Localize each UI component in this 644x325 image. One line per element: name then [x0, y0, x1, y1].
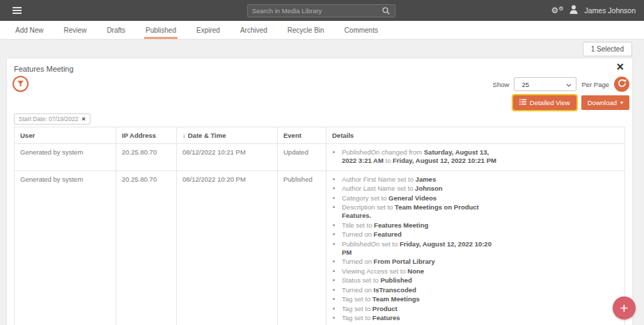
user-icon[interactable] [570, 4, 578, 17]
add-button[interactable]: + [613, 296, 636, 319]
detailed-view-button[interactable]: Detailed View [513, 95, 576, 110]
cell-datetime: 08/12/2022 10:21 PM [177, 144, 278, 171]
cell-ip: 20.25.80.70 [116, 171, 177, 325]
per-page-label: Per Page [581, 81, 609, 88]
col-event[interactable]: Event [278, 127, 327, 144]
funnel-icon [17, 78, 24, 90]
details-list: Author First Name set to JamesAuthor Las… [332, 175, 498, 325]
filter-chip-label: Start Date: 07/19/2022 [19, 116, 79, 122]
detail-bullet: Turned on Featured [342, 230, 498, 239]
table-header-row: User IP Address ↓Date & Time Event Detai… [15, 127, 625, 144]
tab-drafts[interactable]: Drafts [105, 21, 127, 39]
show-label: Show [493, 81, 510, 88]
detail-bullet: Author First Name set to James [342, 175, 498, 184]
detail-bullet: Turned on From Portal Library [342, 257, 498, 266]
selection-count-badge[interactable]: 1 Selected [583, 42, 632, 56]
top-bar: ⚙⚙ James Johnson [0, 0, 644, 21]
cell-datetime: 08/12/2022 10:20 PM [177, 171, 278, 325]
detail-bullet: Description set to Team Meetings on Prod… [342, 203, 498, 220]
download-label: Download [588, 99, 617, 106]
chip-close-icon[interactable]: × [82, 116, 86, 122]
tab-archived[interactable]: Archived [239, 21, 269, 39]
menu-icon[interactable] [13, 6, 22, 15]
detail-bullet: PublishedOn set to Friday, August 12, 20… [342, 240, 498, 257]
table-row: Generated by system 20.25.80.70 08/12/20… [15, 171, 625, 325]
action-buttons: Detailed View Download ▾ [513, 95, 629, 110]
detail-bullet: Turned on IsTranscoded [342, 286, 498, 294]
detail-bullet: Viewing Access set to None [342, 267, 498, 276]
page-title: Features Meeting [14, 65, 74, 73]
tab-expired[interactable]: Expired [195, 21, 221, 39]
cell-details: PublishedOn changed from Saturday, Augus… [327, 144, 625, 171]
search-bar [247, 4, 395, 17]
detailed-view-label: Detailed View [530, 99, 570, 106]
col-ip-address[interactable]: IP Address [116, 127, 177, 144]
admin-cogs-icon[interactable]: ⚙⚙ [551, 6, 564, 15]
list-icon [519, 99, 526, 106]
detail-bullet: Tag set to Product [342, 305, 498, 313]
filter-chip-start-date[interactable]: Start Date: 07/19/2022 × [14, 113, 91, 125]
tab-published[interactable]: Published [144, 21, 178, 39]
tab-review[interactable]: Review [63, 21, 88, 39]
pagination-controls: Show 25 Per Page [493, 77, 629, 92]
user-name[interactable]: James Johnson [584, 6, 636, 15]
detail-bullet: Author Last Name set to Johnson [342, 184, 498, 193]
cell-user: Generated by system [15, 144, 116, 171]
history-panel: Features Meeting × Show 25 Per Page Deta… [7, 58, 632, 325]
per-page-select[interactable]: 25 [514, 77, 576, 91]
close-icon[interactable]: × [616, 60, 624, 74]
download-button[interactable]: Download ▾ [581, 95, 629, 110]
sort-desc-icon: ↓ [182, 132, 186, 139]
detail-bullet: Title set to Features Meeting [342, 221, 498, 230]
topbar-right: ⚙⚙ James Johnson [551, 4, 644, 17]
filter-button[interactable] [13, 76, 29, 92]
cell-user: Generated by system [15, 171, 116, 325]
cell-event: Updated [278, 144, 327, 171]
caret-down-icon: ▾ [620, 100, 623, 106]
table-row: Generated by system 20.25.80.70 08/12/20… [15, 144, 625, 171]
col-date-time[interactable]: ↓Date & Time [177, 127, 278, 144]
cell-ip: 20.25.80.70 [116, 144, 177, 171]
search-icon[interactable] [382, 7, 390, 15]
chevron-down-icon [566, 81, 572, 88]
detail-bullet: Tag set to Features [342, 314, 498, 322]
tab-comments[interactable]: Comments [343, 21, 379, 39]
detail-bullet: Status set to Published [342, 276, 498, 285]
tab-bar: Add New Review Drafts Published Expired … [0, 21, 644, 40]
refresh-button[interactable] [614, 77, 629, 92]
col-user[interactable]: User [15, 127, 116, 144]
detail-bullet: Category set to General Videos [342, 194, 498, 203]
details-list: PublishedOn changed from Saturday, Augus… [332, 148, 498, 165]
cell-event: Published [278, 171, 327, 325]
detail-bullet: Tag set to Team Meetings [342, 295, 498, 303]
tab-add-new[interactable]: Add New [14, 21, 45, 39]
tab-recycle-bin[interactable]: Recycle Bin [286, 21, 326, 39]
cell-details: Author First Name set to JamesAuthor Las… [327, 171, 625, 325]
audit-log-table: User IP Address ↓Date & Time Event Detai… [14, 127, 625, 325]
refresh-icon [618, 79, 627, 90]
search-input[interactable] [248, 7, 382, 15]
per-page-value: 25 [521, 81, 529, 88]
detail-bullet: PublishedOn changed from Saturday, Augus… [342, 148, 498, 165]
col-details[interactable]: Details [327, 127, 625, 144]
